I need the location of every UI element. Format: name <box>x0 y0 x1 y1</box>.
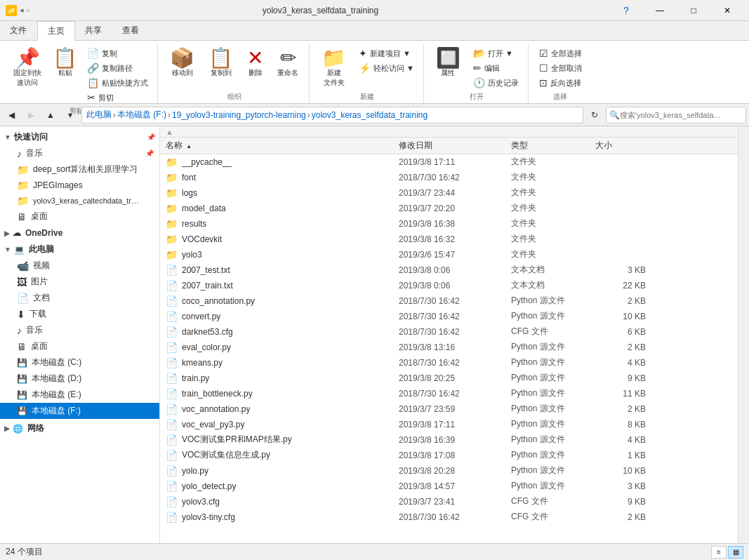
close-button[interactable]: ✕ <box>711 0 743 21</box>
quick-access-section: ▼ 快速访问 📌 ♪ 音乐 📌 📁 deep_sort算法相关原理学习 📁 JP… <box>0 129 159 225</box>
table-row[interactable]: 📁model_data2019/3/7 20:20文件夹 <box>160 201 738 216</box>
scrollbar[interactable] <box>738 126 749 543</box>
thispc-header[interactable]: ▼ 💻 此电脑 <box>0 241 159 258</box>
new-folder-button[interactable]: 📁 新建文件夹 <box>315 46 352 90</box>
file-rows-container: 📁__pycache__2019/3/8 17:11文件夹📁font2018/7… <box>160 154 738 525</box>
table-row[interactable]: 📁__pycache__2019/3/8 17:11文件夹 <box>160 154 738 170</box>
address-path[interactable]: 此电脑 › 本地磁盘 (F:) › 19_yolov3-training_pyt… <box>81 107 583 124</box>
quick-access-header[interactable]: ▼ 快速访问 📌 <box>0 129 159 145</box>
network-header[interactable]: ▶ 🌐 网络 <box>0 420 159 436</box>
table-row[interactable]: 📄voc_eval_py3.py2019/3/8 17:11Python 源文件… <box>160 417 738 432</box>
table-row[interactable]: 📄yolov3-tiny.cfg2018/7/30 16:42CFG 文件2 K… <box>160 509 738 525</box>
move-to-button[interactable]: 📦 移动到 <box>164 46 201 80</box>
rename-button[interactable]: ✏ 重命名 <box>271 46 305 80</box>
table-row[interactable]: 📁VOCdevkit2019/3/8 16:32文件夹 <box>160 232 738 247</box>
table-row[interactable]: 📄voc_annotation.py2019/3/7 23:59Python 源… <box>160 401 738 417</box>
copy-to-button[interactable]: 📋 复制到 <box>202 46 239 80</box>
search-input[interactable] <box>620 111 743 119</box>
sidebar-item-drive-d[interactable]: 💾 本地磁盘 (D:) <box>0 371 159 387</box>
table-row[interactable]: 📁results2019/3/8 16:38文件夹 <box>160 216 738 232</box>
table-row[interactable]: 📄convert.py2018/7/30 16:42Python 源文件10 K… <box>160 309 738 324</box>
sidebar-item-picture[interactable]: 🖼 图片 <box>0 274 159 290</box>
table-row[interactable]: 📄train_bottleneck.py2018/7/30 16:42Pytho… <box>160 386 738 401</box>
table-row[interactable]: 📄kmeans.py2018/7/30 16:42Python 源文件4 KB <box>160 355 738 371</box>
back-button[interactable]: ◀ <box>3 107 20 124</box>
minimize-button[interactable]: — <box>644 0 676 21</box>
sidebar-item-video[interactable]: 📹 视频 <box>0 258 159 274</box>
table-row[interactable]: 📄coco_annotation.py2018/7/30 16:42Python… <box>160 293 738 309</box>
recent-locations-button[interactable]: ▾ <box>62 107 79 124</box>
app-icon: 📁 <box>6 5 17 16</box>
select-all-button[interactable]: ☑ 全部选择 <box>534 46 587 60</box>
table-row[interactable]: 📁yolo32019/3/6 15:47文件夹 <box>160 247 738 262</box>
sidebar-item-download[interactable]: ⬇ 下载 <box>0 306 159 322</box>
file-size: 9 KB <box>595 497 651 507</box>
col-type-header[interactable]: 类型 <box>511 140 595 152</box>
sidebar-item-desktop-quick[interactable]: 🖥 桌面 <box>0 208 159 225</box>
forward-button[interactable]: ▶ <box>22 107 39 124</box>
sidebar-item-music-pc[interactable]: ♪ 音乐 <box>0 322 159 338</box>
col-size-header[interactable]: 大小 <box>595 140 651 152</box>
sidebar-item-jpeg[interactable]: 📁 JPEGImages <box>0 178 159 193</box>
paste-button[interactable]: 📋 粘贴 <box>49 46 81 80</box>
sidebar-item-drive-f[interactable]: 💾 本地磁盘 (F:) <box>0 403 159 419</box>
table-row[interactable]: 📄2007_test.txt2019/3/8 0:06文本文档3 KB <box>160 262 738 278</box>
sidebar-item-deepsort[interactable]: 📁 deep_sort算法相关原理学习 <box>0 161 159 178</box>
table-row[interactable]: 📄2007_train.txt2019/3/8 0:06文本文档22 KB <box>160 278 738 293</box>
sidebar-item-yolov3caltech[interactable]: 📁 yolov3_keras_caltechdata_tra... <box>0 193 159 208</box>
table-row[interactable]: 📄eval_color.py2019/3/8 13:16Python 源文件2 … <box>160 340 738 355</box>
sidebar-item-docs[interactable]: 📄 文档 <box>0 290 159 306</box>
table-row[interactable]: 📄yolov3.cfg2019/3/7 23:41CFG 文件9 KB <box>160 494 738 509</box>
file-name: 2007_test.txt <box>182 265 230 275</box>
tab-home[interactable]: 主页 <box>37 21 75 41</box>
history-button[interactable]: 🕐 历史记录 <box>468 76 524 90</box>
open-button[interactable]: 📂 打开 ▼ <box>468 46 524 60</box>
paste-shortcut-button[interactable]: 📋 粘贴快捷方式 <box>82 76 153 90</box>
sidebar-item-music-quick[interactable]: ♪ 音乐 📌 <box>0 145 159 161</box>
deselect-all-button[interactable]: ☐ 全部取消 <box>534 61 587 75</box>
copy-button[interactable]: 📄 复制 <box>82 46 153 60</box>
delete-button[interactable]: ✕ 删除 <box>241 46 270 80</box>
table-row[interactable]: 📄yolo.py2019/3/8 20:28Python 源文件10 KB <box>160 463 738 479</box>
file-size: 22 KB <box>595 281 651 291</box>
col-name-header[interactable]: 名称 ▲ <box>160 140 399 152</box>
file-name: logs <box>182 188 197 198</box>
path-pc[interactable]: 此电脑 <box>86 109 112 121</box>
table-row[interactable]: 📄VOC测试集PR和MAP结果.py2019/3/8 16:39Python 源… <box>160 432 738 448</box>
help-button[interactable]: ? <box>610 0 642 21</box>
maximize-button[interactable]: □ <box>677 0 710 21</box>
invert-selection-button[interactable]: ⊡ 反向选择 <box>534 76 587 90</box>
onedrive-header[interactable]: ▶ ☁ OneDrive <box>0 226 159 240</box>
sidebar-item-drive-c[interactable]: 💾 本地磁盘 (C:) <box>0 354 159 371</box>
copy-path-button[interactable]: 🔗 复制路径 <box>82 61 153 75</box>
table-row[interactable]: 📄darknet53.cfg2018/7/30 16:42CFG 文件6 KB <box>160 324 738 340</box>
table-row[interactable]: 📁font2018/7/30 16:42文件夹 <box>160 170 738 185</box>
sidebar-item-drive-e[interactable]: 💾 本地磁盘 (E:) <box>0 387 159 403</box>
folder-icon: 📁 <box>166 249 178 260</box>
search-box[interactable]: 🔍 <box>606 107 746 124</box>
edit-button[interactable]: ✏ 编辑 <box>468 61 524 75</box>
refresh-button[interactable]: ↻ <box>586 107 603 124</box>
table-row[interactable]: 📄yolo_detect.py2019/3/8 14:57Python 源文件3… <box>160 479 738 494</box>
up-button[interactable]: ▲ <box>42 107 59 124</box>
view-list-button[interactable]: ≡ <box>711 546 727 559</box>
window-controls: ? — □ ✕ <box>610 0 743 21</box>
table-row[interactable]: 📄train.py2019/3/8 20:25Python 源文件9 KB <box>160 371 738 386</box>
tab-share[interactable]: 共享 <box>75 21 112 40</box>
open-label: 打开 <box>430 91 524 103</box>
tab-file[interactable]: 文件 <box>0 21 37 40</box>
cut-button[interactable]: ✂ 剪切 <box>82 91 153 105</box>
path-drive-f[interactable]: 本地磁盘 (F:) <box>117 109 166 121</box>
pin-quick-access-button[interactable]: 📌 固定到快速访问 <box>7 46 48 90</box>
easy-access-button[interactable]: ⚡ 轻松访问 ▼ <box>354 61 419 75</box>
col-date-header[interactable]: 修改日期 <box>399 140 511 152</box>
view-details-button[interactable]: ▦ <box>728 546 743 559</box>
path-yolov3-training[interactable]: 19_yolov3-training_pytorch-learning <box>172 110 306 120</box>
new-item-button[interactable]: ✦ 新建项目 ▼ <box>354 46 419 60</box>
table-row[interactable]: 📁logs2019/3/7 23:44文件夹 <box>160 185 738 201</box>
properties-button[interactable]: 🔲 属性 <box>430 46 467 80</box>
sidebar-item-desktop-pc[interactable]: 🖥 桌面 <box>0 338 159 354</box>
table-row[interactable]: 📄VOC测试集信息生成.py2019/3/8 17:08Python 源文件1 … <box>160 448 738 463</box>
tab-view[interactable]: 查看 <box>112 21 150 40</box>
path-current[interactable]: yolov3_keras_selfdata_training <box>312 110 427 120</box>
